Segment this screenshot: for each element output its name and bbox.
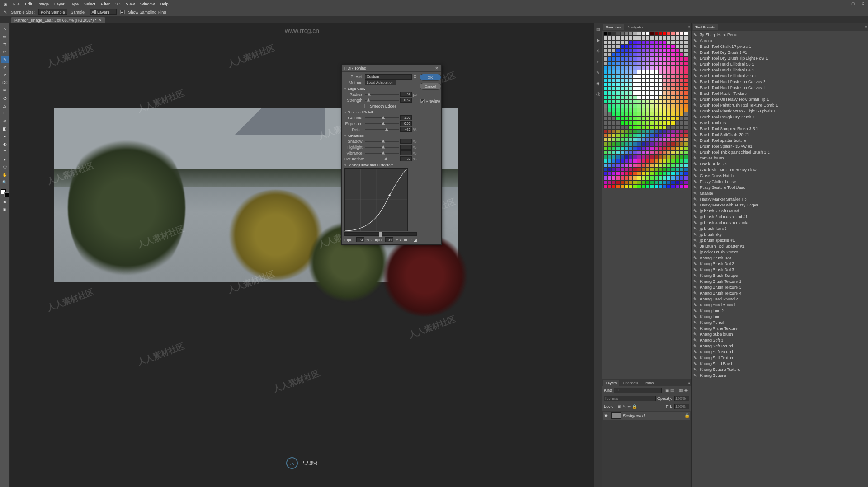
swatch[interactable] (654, 125, 658, 129)
tool-preset-item[interactable]: ✎Brush Tool Dry Brush Tip Light Flow 1 (693, 55, 867, 61)
swatch[interactable] (671, 146, 675, 150)
swatch[interactable] (662, 32, 666, 36)
swatch[interactable] (671, 184, 675, 188)
swatch[interactable] (620, 70, 624, 74)
swatch[interactable] (650, 159, 654, 163)
swatch[interactable] (662, 133, 666, 137)
swatch[interactable] (667, 44, 671, 48)
swatch[interactable] (684, 146, 688, 150)
tool-preset-item[interactable]: ✎Brush Tool Plastic Wrap - Light 50 pixe… (693, 108, 867, 114)
character-icon[interactable]: A (595, 59, 601, 65)
swatch[interactable] (679, 176, 684, 180)
tool-preset-item[interactable]: ✎Brush Tool Thick paint chisel Brush 3 1 (693, 149, 867, 155)
swatch[interactable] (603, 99, 607, 103)
swatch[interactable] (628, 125, 632, 129)
blend-mode-select[interactable]: Normal (604, 396, 656, 401)
swatch[interactable] (637, 66, 641, 70)
swatch[interactable] (642, 61, 646, 66)
swatch[interactable] (650, 99, 654, 103)
swatch[interactable] (624, 91, 628, 95)
swatch[interactable] (671, 44, 675, 48)
minimize-icon[interactable]: — (840, 1, 846, 6)
swatch[interactable] (662, 125, 666, 129)
swatch[interactable] (607, 70, 611, 74)
swatch[interactable] (650, 142, 654, 146)
swatch[interactable] (684, 138, 688, 142)
swatch[interactable] (637, 184, 641, 188)
tool-preset-item[interactable]: ✎Khang Soft Texture (693, 355, 867, 361)
swatch[interactable] (654, 108, 658, 112)
swatch[interactable] (624, 95, 628, 99)
swatch[interactable] (642, 104, 646, 108)
swatch[interactable] (684, 61, 688, 66)
swatch[interactable] (603, 40, 607, 44)
swatch[interactable] (633, 108, 637, 112)
swatch[interactable] (684, 66, 688, 70)
swatch[interactable] (650, 74, 654, 78)
swatch[interactable] (646, 44, 650, 48)
swatch[interactable] (633, 168, 637, 172)
swatch[interactable] (671, 83, 675, 87)
swatch[interactable] (637, 70, 641, 74)
swatch[interactable] (616, 91, 620, 95)
swatch[interactable] (679, 125, 684, 129)
swatch[interactable] (646, 74, 650, 78)
swatch[interactable] (650, 57, 654, 61)
swatch[interactable] (650, 61, 654, 66)
swatch[interactable] (637, 146, 641, 150)
swatch[interactable] (616, 78, 620, 82)
swatch[interactable] (654, 44, 658, 48)
screenmode-icon[interactable]: ▣ (1, 206, 9, 213)
swatch[interactable] (616, 168, 620, 172)
swatch[interactable] (620, 125, 624, 129)
swatch[interactable] (620, 61, 624, 66)
swatch[interactable] (671, 117, 675, 121)
swatch[interactable] (620, 66, 624, 70)
swatch[interactable] (637, 49, 641, 53)
swatch[interactable] (671, 142, 675, 146)
swatch[interactable] (650, 91, 654, 95)
swatch[interactable] (628, 155, 632, 159)
swatch[interactable] (607, 133, 611, 137)
swatch[interactable] (633, 172, 637, 176)
swatch[interactable] (671, 36, 675, 40)
swatch[interactable] (612, 176, 616, 180)
swatch[interactable] (607, 112, 611, 116)
swatch[interactable] (654, 40, 658, 44)
swatch[interactable] (684, 150, 688, 155)
swatch[interactable] (612, 172, 616, 176)
swatch[interactable] (650, 78, 654, 82)
swatch[interactable] (616, 163, 620, 167)
swatch[interactable] (684, 95, 688, 99)
swatch[interactable] (616, 112, 620, 116)
swatch[interactable] (658, 168, 662, 172)
swatch[interactable] (671, 155, 675, 159)
swatch[interactable] (633, 138, 637, 142)
swatch[interactable] (658, 83, 662, 87)
swatch[interactable] (675, 146, 679, 150)
tool-preset-item[interactable]: ✎Khang Hard Round (693, 302, 867, 308)
swatch[interactable] (646, 108, 650, 112)
swatch[interactable] (612, 87, 616, 91)
tab-swatches[interactable]: Swatches (603, 24, 624, 30)
swatch[interactable] (679, 133, 684, 137)
swatch[interactable] (646, 83, 650, 87)
swatch[interactable] (637, 95, 641, 99)
swatch[interactable] (633, 163, 637, 167)
swatch[interactable] (603, 57, 607, 61)
swatch[interactable] (607, 176, 611, 180)
detail-value[interactable]: +30 (400, 127, 412, 132)
swatch[interactable] (684, 40, 688, 44)
output-value[interactable]: 34 (385, 237, 393, 242)
swatch[interactable] (684, 129, 688, 133)
swatch[interactable] (628, 133, 632, 137)
swatch[interactable] (642, 112, 646, 116)
swatch[interactable] (624, 112, 628, 116)
swatch[interactable] (675, 78, 679, 82)
opacity-input[interactable]: 100% (674, 396, 689, 401)
gamma-value[interactable]: 1.00 (400, 115, 412, 120)
swatch[interactable] (607, 142, 611, 146)
swatch[interactable] (667, 36, 671, 40)
swatch[interactable] (612, 142, 616, 146)
swatch[interactable] (675, 125, 679, 129)
